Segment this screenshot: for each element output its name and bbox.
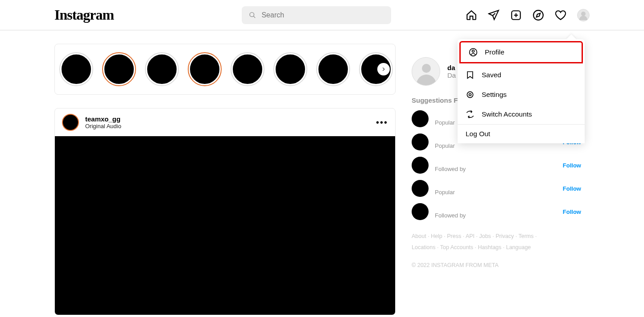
footer-line2[interactable]: Locations · Top Accounts · Hashtags · La…: [412, 244, 531, 250]
switch-icon: [466, 110, 475, 119]
suggestion-meta: Followed by: [435, 212, 557, 219]
home-icon[interactable]: [466, 9, 477, 21]
explore-icon[interactable]: [533, 9, 544, 21]
suggestion-meta: Followed by: [435, 166, 557, 172]
feed-post: teamxo_gg Original Audio •••: [54, 108, 396, 315]
story-item[interactable]: [274, 53, 306, 85]
post-more-button[interactable]: •••: [376, 117, 388, 128]
footer-copyright: © 2022 INSTAGRAM FROM META: [412, 262, 581, 268]
menu-settings-label: Settings: [482, 91, 507, 99]
stories-next-button[interactable]: [377, 63, 390, 75]
activity-icon[interactable]: [555, 9, 566, 21]
suggestion-item: Popular Follow: [412, 180, 581, 197]
suggestion-item: Followed by Follow: [412, 157, 581, 174]
suggestion-item: Followed by Follow: [412, 203, 581, 220]
suggestion-avatar[interactable]: [412, 133, 429, 150]
svg-marker-6: [537, 13, 541, 17]
suggestion-avatar[interactable]: [412, 157, 429, 174]
search-icon: [249, 11, 256, 19]
menu-profile[interactable]: Profile: [459, 41, 583, 63]
svg-point-10: [469, 94, 471, 96]
svg-point-5: [533, 10, 543, 20]
profile-avatar-icon[interactable]: [577, 9, 590, 21]
story-item[interactable]: [317, 53, 349, 85]
search-input[interactable]: [261, 11, 384, 19]
svg-point-9: [467, 92, 473, 97]
search-box[interactable]: [242, 6, 391, 24]
story-item[interactable]: [60, 53, 92, 85]
menu-switch-label: Switch Accounts: [482, 110, 532, 118]
svg-point-8: [472, 50, 475, 52]
footer-links: About · Help · Press · API · Jobs · Priv…: [412, 231, 581, 253]
story-item[interactable]: [103, 53, 135, 85]
profile-icon: [469, 48, 478, 57]
suggestion-username[interactable]: [435, 182, 557, 189]
post-audio-label[interactable]: Original Audio: [85, 123, 370, 129]
create-post-icon[interactable]: [510, 9, 522, 21]
messages-icon[interactable]: [488, 9, 500, 21]
suggestion-avatar[interactable]: [412, 203, 429, 220]
instagram-logo[interactable]: Instagram: [54, 7, 114, 23]
post-media[interactable]: [55, 136, 395, 315]
story-item[interactable]: [231, 53, 264, 85]
suggestion-avatar[interactable]: [412, 180, 429, 197]
menu-saved-label: Saved: [482, 71, 501, 79]
story-item[interactable]: [189, 53, 221, 85]
svg-line-1: [253, 16, 255, 18]
profile-dropdown: Profile Saved Settings Switch Accounts L…: [458, 39, 585, 143]
bookmark-icon: [466, 71, 475, 79]
stories-tray: [54, 44, 396, 95]
menu-switch-accounts[interactable]: Switch Accounts: [458, 104, 585, 124]
menu-logout-label: Log Out: [466, 130, 490, 138]
follow-button[interactable]: Follow: [563, 162, 581, 169]
svg-point-0: [250, 12, 254, 17]
menu-saved[interactable]: Saved: [458, 65, 585, 85]
menu-profile-label: Profile: [485, 48, 504, 56]
follow-button[interactable]: Follow: [563, 185, 581, 192]
post-author-avatar[interactable]: [62, 114, 79, 131]
story-item[interactable]: [146, 53, 178, 85]
suggestion-username[interactable]: [435, 158, 557, 166]
post-username[interactable]: teamxo_gg: [85, 115, 370, 123]
menu-settings[interactable]: Settings: [458, 85, 585, 104]
gear-icon: [466, 90, 475, 99]
chevron-right-icon: [380, 66, 387, 72]
follow-button[interactable]: Follow: [563, 209, 581, 215]
footer-line1[interactable]: About · Help · Press · API · Jobs · Priv…: [412, 233, 537, 239]
suggestion-username[interactable]: [435, 205, 557, 212]
current-profile-avatar[interactable]: [412, 57, 440, 86]
suggestion-avatar[interactable]: [412, 110, 429, 127]
suggestion-meta: Popular: [435, 189, 557, 196]
menu-logout[interactable]: Log Out: [458, 125, 585, 143]
